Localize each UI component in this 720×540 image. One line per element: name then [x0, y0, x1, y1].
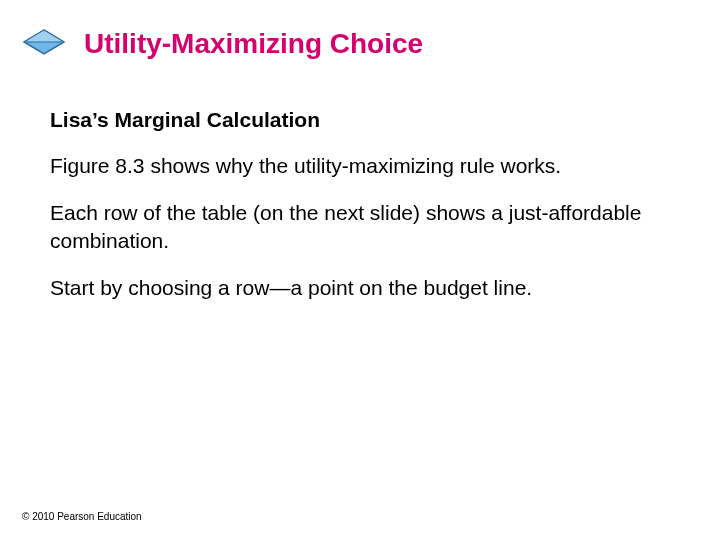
slide-title: Utility-Maximizing Choice	[84, 28, 423, 60]
slide-title-row: Utility-Maximizing Choice	[0, 0, 720, 60]
slide-body: Lisa’s Marginal Calculation Figure 8.3 s…	[0, 60, 720, 301]
slide-subheading: Lisa’s Marginal Calculation	[50, 108, 660, 132]
paragraph: Figure 8.3 shows why the utility-maximiz…	[50, 152, 660, 179]
svg-marker-1	[24, 30, 64, 42]
diamond-bullet-icon	[22, 28, 66, 60]
paragraph: Start by choosing a row—a point on the b…	[50, 274, 660, 301]
paragraph: Each row of the table (on the next slide…	[50, 199, 660, 254]
copyright-footer: © 2010 Pearson Education	[22, 511, 142, 522]
